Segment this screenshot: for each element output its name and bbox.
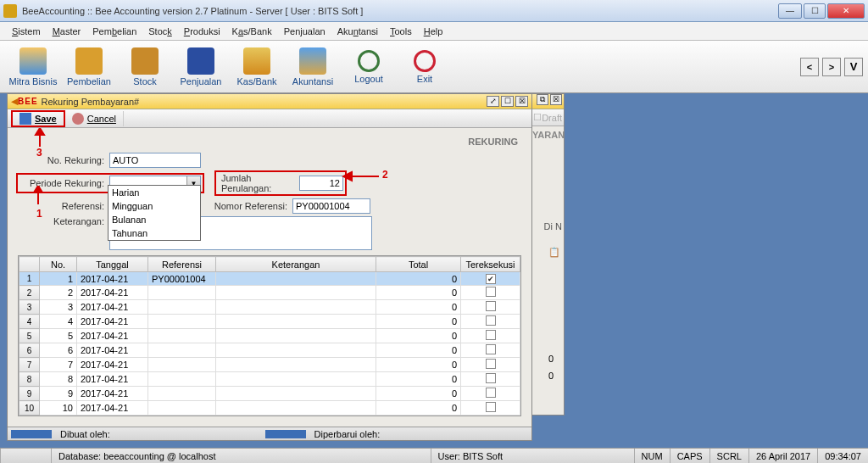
status-user: User: BITS Soft <box>431 449 634 463</box>
row-number: 8 <box>19 372 40 387</box>
col-rowheader <box>19 257 40 272</box>
minimize-button[interactable]: — <box>778 3 802 19</box>
dropdown-option[interactable]: Mingguan <box>108 199 200 213</box>
panel-restore-icon[interactable]: ⤢ <box>487 96 499 107</box>
status-time: 09:34:07 <box>817 449 868 463</box>
bg-section-label: YARAN <box>531 126 564 143</box>
nav-v-button[interactable]: V <box>844 58 863 76</box>
table-row[interactable]: 5 5 2017-04-21 0 <box>19 329 520 343</box>
table-row[interactable]: 8 8 2017-04-21 0 <box>19 372 520 387</box>
col-tanggal[interactable]: Tanggal <box>77 257 148 272</box>
menu-tools[interactable]: Tools <box>385 24 417 39</box>
close-button[interactable]: ✕ <box>827 3 865 19</box>
menu-produksi[interactable]: Produksi <box>179 24 225 39</box>
checkbox[interactable] <box>486 301 496 311</box>
checkbox[interactable] <box>486 315 496 326</box>
nomor-referensi-field[interactable] <box>292 198 370 214</box>
checkbox[interactable] <box>486 287 496 297</box>
main-toolbar: Mitra Bisnis Pembelian Stock Penjualan K… <box>0 41 868 93</box>
background-window: ⧉ ☒ ☐ Draft YARAN Di N 📋 0 0 <box>531 93 565 416</box>
table-row[interactable]: 6 6 2017-04-21 0 <box>19 343 520 358</box>
col-tereksekusi[interactable]: Tereksekusi <box>461 257 520 272</box>
table-row[interactable]: 7 7 2017-04-21 0 <box>19 358 520 372</box>
menu-stock[interactable]: Stock <box>143 24 177 39</box>
table-row[interactable]: 4 4 2017-04-21 0 <box>19 315 520 329</box>
toolbar-logout[interactable]: Logout <box>341 50 397 84</box>
periode-dropdown-list: Harian Mingguan Bulanan Tahunan <box>108 185 201 241</box>
panel-max-icon[interactable]: ☐ <box>501 96 514 107</box>
annotation-num-3: 3 <box>36 147 42 159</box>
jumlah-perulangan-field[interactable] <box>299 176 343 191</box>
window-title: BeeAccounting :: Bee Accounting version … <box>22 6 778 16</box>
col-total[interactable]: Total <box>376 257 461 272</box>
progress-indicator <box>11 430 52 438</box>
label-referensi: Referensi: <box>16 201 104 211</box>
bg-pick-button[interactable]: 📋 <box>548 247 560 258</box>
checkbox[interactable] <box>486 330 496 340</box>
no-rekuring-field[interactable] <box>109 153 201 168</box>
row-number: 10 <box>19 401 40 416</box>
checkbox[interactable] <box>486 359 496 369</box>
status-db: Database: beeaccounting @ localhost <box>51 449 431 463</box>
menu-pembelian[interactable]: Pembelian <box>87 24 142 39</box>
status-bar: Database: beeaccounting @ localhost User… <box>0 448 868 463</box>
row-number: 5 <box>19 329 40 343</box>
checkbox[interactable] <box>486 373 496 383</box>
table-row[interactable]: 1 1 2017-04-21 PY00001004 0 <box>19 272 520 286</box>
toolbar-mitra[interactable]: Mitra Bisnis <box>5 47 61 86</box>
bg-restore-icon[interactable]: ⧉ <box>537 94 548 105</box>
maximize-button[interactable]: ☐ <box>804 3 826 19</box>
table-row[interactable]: 10 10 2017-04-21 0 <box>19 401 520 416</box>
table-row[interactable]: 9 9 2017-04-21 0 <box>19 387 520 401</box>
annotation-num-1: 1 <box>36 208 42 220</box>
toolbar-stock[interactable]: Stock <box>117 47 173 86</box>
annotation-arrow-3 <box>33 128 47 148</box>
checkbox[interactable] <box>486 402 496 412</box>
menu-bar: Sistem Master Pembelian Stock Produksi K… <box>0 22 868 41</box>
checkbox[interactable] <box>486 274 496 284</box>
bg-zero-1: 0 <box>548 354 554 364</box>
cancel-button[interactable]: Cancel <box>65 111 124 126</box>
menu-sistem[interactable]: Sistem <box>7 24 46 39</box>
checkbox[interactable] <box>486 344 496 354</box>
dropdown-option[interactable]: Harian <box>108 186 200 199</box>
nav-prev-button[interactable]: < <box>800 58 819 76</box>
row-number: 4 <box>19 315 40 329</box>
table-row[interactable]: 3 3 2017-04-21 0 <box>19 300 520 315</box>
col-keterangan[interactable]: Keterangan <box>216 257 376 272</box>
annotation-num-2: 2 <box>382 169 388 181</box>
menu-penjualan[interactable]: Penjualan <box>279 24 331 39</box>
toolbar-penjualan[interactable]: Penjualan <box>173 47 229 86</box>
dropdown-option[interactable]: Tahunan <box>108 226 200 240</box>
rekuring-table: No. Tanggal Referensi Keterangan Total T… <box>18 255 521 416</box>
col-referensi[interactable]: Referensi <box>148 257 216 272</box>
toolbar-akuntansi[interactable]: Akuntansi <box>285 47 341 86</box>
status-scrl: SCRL <box>709 449 748 463</box>
bee-logo: BEE <box>18 97 38 106</box>
progress-indicator-2 <box>265 430 306 438</box>
dropdown-option[interactable]: Bulanan <box>108 213 200 226</box>
toolbar-exit[interactable]: Exit <box>397 50 453 84</box>
diperbarui-label: Diperbarui oleh: <box>309 429 386 439</box>
bg-close-icon[interactable]: ☒ <box>550 94 562 105</box>
save-button[interactable]: Save <box>11 110 65 127</box>
annotation-arrow-1 <box>31 186 45 206</box>
table-row[interactable]: 2 2 2017-04-21 0 <box>19 286 520 300</box>
toolbar-kasbank[interactable]: Kas/Bank <box>229 47 285 86</box>
menu-kasbank[interactable]: Kas/Bank <box>227 24 277 39</box>
toolbar-pembelian[interactable]: Pembelian <box>61 47 117 86</box>
label-nomor-ref: Nomor Referensi: <box>206 201 287 211</box>
bg-text: Di N <box>544 221 562 232</box>
status-date: 26 April 2017 <box>748 449 817 463</box>
panel-title: Rekuring Pembayaran# <box>42 97 485 107</box>
menu-help[interactable]: Help <box>419 24 448 39</box>
nav-next-button[interactable]: > <box>822 58 841 76</box>
col-no[interactable]: No. <box>40 257 77 272</box>
label-keterangan: Keterangan: <box>16 216 104 226</box>
checkbox[interactable] <box>486 388 496 398</box>
panel-close-icon[interactable]: ☒ <box>515 96 528 107</box>
dibuat-label: Dibuat oleh: <box>55 429 115 439</box>
status-num: NUM <box>634 449 670 463</box>
menu-akuntansi[interactable]: Akuntansi <box>332 24 383 39</box>
menu-master[interactable]: Master <box>47 24 86 39</box>
